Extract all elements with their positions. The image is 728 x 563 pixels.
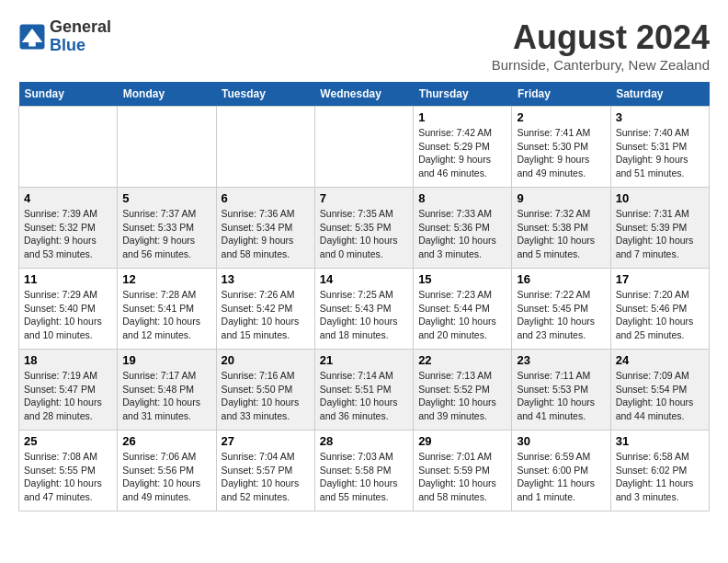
calendar-cell	[19, 107, 118, 188]
logo: General Blue	[18, 18, 111, 55]
calendar-cell: 7Sunrise: 7:35 AM Sunset: 5:35 PM Daylig…	[314, 188, 413, 269]
day-info: Sunrise: 7:22 AM Sunset: 5:45 PM Dayligh…	[517, 288, 605, 342]
day-number: 31	[616, 434, 704, 448]
day-info: Sunrise: 7:11 AM Sunset: 5:53 PM Dayligh…	[517, 369, 605, 423]
weekday-wednesday: Wednesday	[314, 82, 413, 107]
day-info: Sunrise: 7:03 AM Sunset: 5:58 PM Dayligh…	[320, 450, 408, 504]
day-number: 3	[616, 110, 704, 124]
day-number: 24	[616, 353, 704, 367]
calendar-cell: 18Sunrise: 7:19 AM Sunset: 5:47 PM Dayli…	[19, 350, 118, 431]
day-number: 18	[24, 353, 112, 367]
day-info: Sunrise: 7:13 AM Sunset: 5:52 PM Dayligh…	[418, 369, 506, 423]
calendar-cell: 28Sunrise: 7:03 AM Sunset: 5:58 PM Dayli…	[314, 431, 413, 511]
day-info: Sunrise: 7:06 AM Sunset: 5:56 PM Dayligh…	[122, 450, 210, 504]
logo-text: General Blue	[50, 18, 111, 55]
calendar-cell: 30Sunrise: 6:59 AM Sunset: 6:00 PM Dayli…	[512, 431, 610, 511]
calendar-cell: 10Sunrise: 7:31 AM Sunset: 5:39 PM Dayli…	[610, 188, 709, 269]
location: Burnside, Canterbury, New Zealand	[492, 57, 710, 73]
day-number: 11	[24, 272, 112, 286]
calendar-cell	[118, 107, 216, 188]
day-number: 22	[418, 353, 506, 367]
day-info: Sunrise: 7:20 AM Sunset: 5:46 PM Dayligh…	[616, 288, 704, 342]
day-number: 6	[222, 191, 310, 205]
day-info: Sunrise: 7:17 AM Sunset: 5:48 PM Dayligh…	[122, 369, 210, 423]
day-number: 29	[418, 434, 506, 448]
day-number: 8	[418, 191, 506, 205]
day-info: Sunrise: 7:09 AM Sunset: 5:54 PM Dayligh…	[616, 369, 704, 423]
calendar-cell: 1Sunrise: 7:42 AM Sunset: 5:29 PM Daylig…	[414, 107, 512, 188]
calendar-body: 1Sunrise: 7:42 AM Sunset: 5:29 PM Daylig…	[19, 107, 710, 511]
calendar-cell: 22Sunrise: 7:13 AM Sunset: 5:52 PM Dayli…	[414, 350, 512, 431]
weekday-saturday: Saturday	[610, 82, 709, 107]
day-number: 4	[24, 191, 112, 205]
day-info: Sunrise: 7:04 AM Sunset: 5:57 PM Dayligh…	[222, 450, 310, 504]
day-info: Sunrise: 6:59 AM Sunset: 6:00 PM Dayligh…	[517, 450, 605, 504]
day-info: Sunrise: 7:25 AM Sunset: 5:43 PM Dayligh…	[320, 288, 408, 342]
calendar-cell	[216, 107, 314, 188]
weekday-header-row: SundayMondayTuesdayWednesdayThursdayFrid…	[19, 82, 710, 107]
header: General Blue August 2024 Burnside, Cante…	[18, 18, 710, 73]
calendar-table: SundayMondayTuesdayWednesdayThursdayFrid…	[18, 82, 710, 511]
day-number: 2	[517, 110, 605, 124]
calendar-cell: 14Sunrise: 7:25 AM Sunset: 5:43 PM Dayli…	[314, 269, 413, 350]
day-number: 14	[320, 272, 408, 286]
day-info: Sunrise: 6:58 AM Sunset: 6:02 PM Dayligh…	[616, 450, 704, 504]
day-number: 5	[122, 191, 210, 205]
calendar-cell: 2Sunrise: 7:41 AM Sunset: 5:30 PM Daylig…	[512, 107, 610, 188]
calendar-cell: 23Sunrise: 7:11 AM Sunset: 5:53 PM Dayli…	[512, 350, 610, 431]
calendar-week-1: 1Sunrise: 7:42 AM Sunset: 5:29 PM Daylig…	[19, 107, 710, 188]
day-info: Sunrise: 7:41 AM Sunset: 5:30 PM Dayligh…	[517, 126, 605, 180]
day-number: 27	[222, 434, 310, 448]
calendar-cell: 13Sunrise: 7:26 AM Sunset: 5:42 PM Dayli…	[216, 269, 314, 350]
svg-rect-2	[28, 38, 36, 46]
calendar-cell: 24Sunrise: 7:09 AM Sunset: 5:54 PM Dayli…	[610, 350, 709, 431]
day-info: Sunrise: 7:29 AM Sunset: 5:40 PM Dayligh…	[24, 288, 112, 342]
day-info: Sunrise: 7:31 AM Sunset: 5:39 PM Dayligh…	[616, 207, 704, 261]
calendar-week-3: 11Sunrise: 7:29 AM Sunset: 5:40 PM Dayli…	[19, 269, 710, 350]
calendar-cell: 19Sunrise: 7:17 AM Sunset: 5:48 PM Dayli…	[118, 350, 216, 431]
logo-general: General	[50, 18, 111, 37]
day-info: Sunrise: 7:36 AM Sunset: 5:34 PM Dayligh…	[222, 207, 310, 261]
calendar-cell: 12Sunrise: 7:28 AM Sunset: 5:41 PM Dayli…	[118, 269, 216, 350]
calendar-cell: 17Sunrise: 7:20 AM Sunset: 5:46 PM Dayli…	[610, 269, 709, 350]
day-info: Sunrise: 7:01 AM Sunset: 5:59 PM Dayligh…	[418, 450, 506, 504]
logo-blue: Blue	[50, 37, 111, 55]
day-number: 19	[122, 353, 210, 367]
day-number: 21	[320, 353, 408, 367]
calendar-cell: 15Sunrise: 7:23 AM Sunset: 5:44 PM Dayli…	[414, 269, 512, 350]
weekday-thursday: Thursday	[414, 82, 512, 107]
day-info: Sunrise: 7:16 AM Sunset: 5:50 PM Dayligh…	[222, 369, 310, 423]
calendar-header: SundayMondayTuesdayWednesdayThursdayFrid…	[19, 82, 710, 107]
day-number: 30	[517, 434, 605, 448]
calendar-cell: 29Sunrise: 7:01 AM Sunset: 5:59 PM Dayli…	[414, 431, 512, 511]
day-number: 20	[222, 353, 310, 367]
calendar-cell	[314, 107, 413, 188]
day-number: 13	[222, 272, 310, 286]
calendar-cell: 4Sunrise: 7:39 AM Sunset: 5:32 PM Daylig…	[19, 188, 118, 269]
calendar-cell: 27Sunrise: 7:04 AM Sunset: 5:57 PM Dayli…	[216, 431, 314, 511]
day-number: 1	[418, 110, 506, 124]
day-number: 9	[517, 191, 605, 205]
weekday-monday: Monday	[118, 82, 216, 107]
day-number: 17	[616, 272, 704, 286]
day-info: Sunrise: 7:08 AM Sunset: 5:55 PM Dayligh…	[24, 450, 112, 504]
day-info: Sunrise: 7:42 AM Sunset: 5:29 PM Dayligh…	[418, 126, 506, 180]
day-number: 10	[616, 191, 704, 205]
calendar-week-5: 25Sunrise: 7:08 AM Sunset: 5:55 PM Dayli…	[19, 431, 710, 511]
calendar-cell: 8Sunrise: 7:33 AM Sunset: 5:36 PM Daylig…	[414, 188, 512, 269]
day-number: 28	[320, 434, 408, 448]
weekday-friday: Friday	[512, 82, 610, 107]
day-number: 12	[122, 272, 210, 286]
weekday-sunday: Sunday	[19, 82, 118, 107]
calendar-cell: 21Sunrise: 7:14 AM Sunset: 5:51 PM Dayli…	[314, 350, 413, 431]
weekday-tuesday: Tuesday	[216, 82, 314, 107]
day-info: Sunrise: 7:19 AM Sunset: 5:47 PM Dayligh…	[24, 369, 112, 423]
day-number: 15	[418, 272, 506, 286]
day-number: 23	[517, 353, 605, 367]
calendar-cell: 11Sunrise: 7:29 AM Sunset: 5:40 PM Dayli…	[19, 269, 118, 350]
calendar-cell: 31Sunrise: 6:58 AM Sunset: 6:02 PM Dayli…	[610, 431, 709, 511]
day-info: Sunrise: 7:26 AM Sunset: 5:42 PM Dayligh…	[222, 288, 310, 342]
month-title: August 2024	[492, 18, 710, 57]
day-info: Sunrise: 7:35 AM Sunset: 5:35 PM Dayligh…	[320, 207, 408, 261]
calendar-cell: 6Sunrise: 7:36 AM Sunset: 5:34 PM Daylig…	[216, 188, 314, 269]
